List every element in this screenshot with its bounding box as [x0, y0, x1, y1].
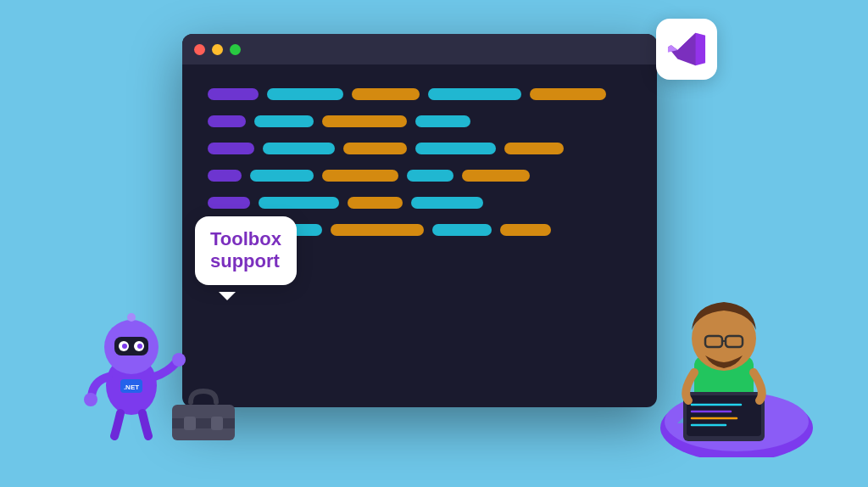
developer-svg: [648, 266, 800, 453]
toolbox: [165, 381, 242, 445]
code-pill: [208, 143, 254, 154]
close-dot: [194, 44, 205, 55]
visual-studio-icon: [666, 29, 707, 70]
code-pill: [407, 170, 453, 182]
code-pill: [208, 197, 250, 209]
bubble-line1: Toolbox: [210, 228, 281, 249]
code-pill: [348, 197, 403, 209]
code-row: [208, 115, 632, 127]
maximize-dot: [230, 44, 241, 55]
code-pill: [250, 170, 314, 182]
svg-rect-25: [687, 395, 761, 436]
code-pill: [254, 115, 314, 127]
speech-bubble: Toolbox support: [195, 216, 297, 285]
code-pill: [504, 143, 564, 154]
vs-badge: [656, 19, 717, 80]
svg-rect-16: [211, 417, 223, 430]
code-pill: [267, 88, 343, 100]
code-pill: [500, 224, 551, 236]
svg-point-6: [137, 344, 142, 349]
code-row: [208, 143, 632, 154]
code-pill: [263, 143, 335, 154]
main-scene: Toolbox support: [0, 0, 868, 487]
code-pill: [331, 224, 424, 236]
svg-point-10: [172, 353, 186, 367]
bubble-line2: support: [210, 250, 280, 271]
code-pill: [259, 197, 339, 209]
code-pill: [415, 143, 496, 154]
svg-point-8: [127, 313, 136, 322]
code-pill: [462, 170, 530, 182]
editor-titlebar: [182, 34, 657, 64]
code-row: [208, 170, 632, 182]
minimize-dot: [212, 44, 223, 55]
code-row: [208, 88, 632, 100]
code-pill: [322, 115, 407, 127]
code-pill: [208, 170, 242, 182]
code-pill: [432, 224, 492, 236]
speech-bubble-text: Toolbox support: [210, 228, 281, 273]
code-pill: [208, 115, 246, 127]
svg-text:.NET: .NET: [124, 383, 139, 391]
svg-rect-15: [184, 417, 196, 430]
code-pill: [415, 115, 470, 127]
code-pill: [322, 170, 398, 182]
code-pill: [530, 88, 606, 100]
svg-point-5: [122, 344, 127, 349]
code-pill: [208, 88, 259, 100]
code-pill: [411, 197, 483, 209]
developer-character: [648, 266, 800, 453]
svg-point-9: [84, 393, 97, 406]
code-row: [208, 197, 632, 209]
svg-rect-14: [172, 418, 235, 428]
code-pill: [352, 88, 420, 100]
code-pill: [343, 143, 407, 154]
toolbox-svg: [165, 381, 242, 445]
code-pill: [428, 88, 521, 100]
